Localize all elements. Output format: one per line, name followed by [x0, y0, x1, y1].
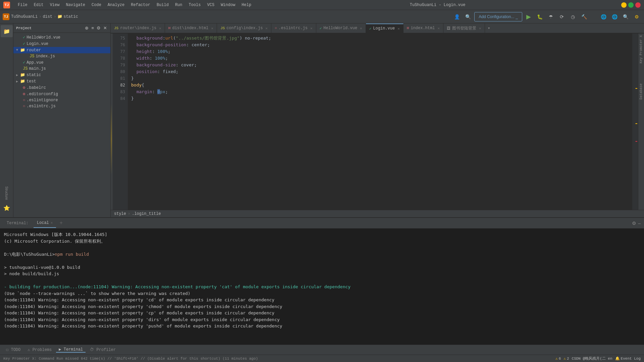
close-panel-button[interactable]: ✕	[103, 25, 108, 31]
scroll-indicator[interactable]: ▬ ▬ ▬	[632, 34, 638, 210]
terminal-minimize-button[interactable]: –	[638, 221, 641, 226]
tab-close-bg[interactable]: ✕	[479, 26, 481, 31]
menu-view[interactable]: View	[47, 2, 62, 8]
line-num-80: 80	[113, 68, 128, 75]
profiler-button[interactable]: ◷	[568, 12, 578, 21]
tree-item-label: .eslintignore	[26, 98, 58, 103]
menu-window[interactable]: Window	[218, 2, 238, 8]
breadcrumb-dist[interactable]: dist	[43, 14, 52, 19]
build-button[interactable]: 🔨	[579, 12, 589, 21]
tab-close-index[interactable]: ✕	[437, 26, 440, 31]
event-log-button[interactable]: 🔔 Event Log	[615, 356, 641, 361]
tab-close-hello[interactable]: ✕	[360, 26, 362, 31]
menu-analyze[interactable]: Analyze	[105, 2, 127, 8]
menu-help[interactable]: Help	[239, 2, 254, 8]
project-tab-button[interactable]: 📁	[1, 25, 13, 37]
minimize-button[interactable]	[621, 2, 627, 8]
terminal-tab-local[interactable]: Local ✕	[34, 219, 56, 228]
git-icon-button[interactable]: 🌐	[599, 12, 608, 21]
terminal-tab-main[interactable]: Terminal:	[3, 219, 32, 228]
term-line-13: (node:11104) Warning: Accessing non-exis…	[4, 310, 640, 316]
tree-item-eslintrc[interactable]: ○ .eslintrc.js	[13, 103, 110, 109]
tree-item-router-index[interactable]: JS index.js	[13, 53, 110, 59]
tab-bg-image[interactable]: 🖼 图书登陆背景 ✕	[443, 23, 485, 33]
menu-build[interactable]: Build	[154, 2, 171, 8]
todo-button[interactable]: ☐ TODO	[3, 347, 23, 352]
run-button[interactable]: ▶	[524, 12, 533, 21]
key-promoter-label[interactable]: Key Promoter X	[639, 34, 644, 65]
maximize-button[interactable]	[628, 2, 634, 8]
collapse-all-button[interactable]: ≡	[91, 25, 95, 31]
menu-refactor[interactable]: Refactor	[128, 2, 153, 8]
tab-icon: 🖼	[447, 26, 450, 31]
run-with-coverage-button[interactable]: ⟳	[557, 12, 567, 21]
menu-file[interactable]: File	[15, 2, 30, 8]
problems-button[interactable]: ⚠ Problems	[25, 347, 54, 352]
tab-login-vue[interactable]: ✓ Login.vue ✕	[366, 23, 404, 33]
terminal-tab-close[interactable]: ✕	[51, 221, 53, 225]
terminal-bottom-button[interactable]: ▶ Terminal	[56, 347, 86, 353]
menu-vcs[interactable]: VCS	[205, 2, 217, 8]
close-button[interactable]	[635, 2, 641, 8]
breadcrumb-style[interactable]: style	[114, 212, 126, 216]
tree-item-eslintignore[interactable]: ○ .eslintignore	[13, 97, 110, 103]
search-everywhere-button[interactable]: 🔍	[463, 12, 473, 21]
code-editor[interactable]: background:url("../assets/图书馆背景.jpg") no…	[128, 34, 632, 210]
terminal-add-button[interactable]: +	[58, 220, 64, 226]
line-numbers: 75 76 77 78 79 80 81 82 83 84	[113, 34, 128, 210]
coverage-button[interactable]: ☂	[546, 12, 555, 21]
tab-overflow-button[interactable]: ▾	[485, 23, 493, 33]
tab-close-dist[interactable]: ✕	[211, 26, 214, 31]
terminal-settings-button[interactable]: ⚙	[632, 221, 636, 226]
line-num-81: 81	[113, 75, 128, 82]
tab-dist-index[interactable]: H dist\index.html ✕	[165, 23, 217, 33]
favorites-tab-button[interactable]: ⭐	[1, 202, 13, 214]
locate-file-button[interactable]: ⊕	[84, 25, 89, 31]
browser-button[interactable]: 🌐	[610, 12, 619, 21]
menu-navigate[interactable]: Navigate	[63, 2, 88, 8]
add-configuration-button[interactable]: Add Configuration... _	[474, 12, 522, 21]
tab-close-login[interactable]: ✕	[397, 26, 400, 31]
debug-button[interactable]: 🐛	[535, 12, 544, 21]
panel-settings-button[interactable]: ⚙	[96, 25, 101, 31]
menu-edit[interactable]: Edit	[31, 2, 46, 8]
database-label[interactable]: Database	[639, 82, 644, 101]
git-button[interactable]: 👤	[452, 12, 462, 21]
tab-router-index[interactable]: JS router\index.js ✕	[111, 23, 165, 33]
tree-item-editorconfig[interactable]: ⚙ .editorconfig	[13, 91, 110, 97]
tab-index-html[interactable]: H index.html ✕	[404, 23, 443, 33]
tree-item-router-folder[interactable]: ▼ 📁 router	[13, 47, 110, 53]
menu-code[interactable]: Code	[89, 2, 104, 8]
tree-item-static-folder[interactable]: ▶ 📁 static	[13, 72, 110, 78]
breadcrumb-sep: ›	[128, 212, 130, 216]
main-container: 📁 Structure ⭐ Project ⊕ ≡ ⚙ ✕	[0, 23, 644, 362]
structure-tab-button[interactable]: Structure	[1, 187, 13, 199]
tree-item-appvue[interactable]: ✓ App.vue	[13, 59, 110, 66]
profiler-bottom-button[interactable]: ⏱ Profiler	[87, 347, 118, 352]
term-line-1: Microsoft Windows [版本 10.0.19044.1645]	[4, 231, 640, 238]
eslint-file-icon: ○	[23, 98, 25, 103]
tab-helloworld[interactable]: ✓ HelloWorld.vue ✕	[316, 23, 366, 33]
tree-item-loginvue[interactable]: ✓ Login.vue	[13, 41, 110, 47]
title-bar: TJ File Edit View Navigate Code Analyze …	[0, 0, 644, 10]
breadcrumb-project[interactable]: TuShuGuanLi	[11, 14, 38, 19]
editor-layout: 📁 Structure ⭐ Project ⊕ ≡ ⚙ ✕	[0, 23, 644, 217]
tab-close-eslint[interactable]: ✕	[310, 26, 313, 31]
tree-item-babelrc[interactable]: ⚙ .babelrc	[13, 84, 110, 91]
tab-close-router[interactable]: ✕	[159, 26, 161, 31]
term-line-7: > node build/build.js	[4, 270, 640, 277]
tree-item-helloworld[interactable]: ✓ HelloWorld.vue	[13, 34, 110, 41]
menu-run[interactable]: Run	[172, 2, 185, 8]
menu-tools[interactable]: Tools	[186, 2, 204, 8]
breadcrumb-folder[interactable]: 📁 static	[57, 14, 78, 19]
search-button[interactable]: 🔍	[621, 12, 630, 21]
tab-eslintrc[interactable]: ○ .eslintrc.js ✕	[271, 23, 316, 33]
settings-button[interactable]: ⚙	[632, 12, 641, 21]
tab-close-config[interactable]: ✕	[265, 26, 268, 31]
tree-item-mainjs[interactable]: JS main.js	[13, 66, 110, 72]
terminal-content: Microsoft Windows [版本 10.0.19044.1645] (…	[0, 229, 644, 345]
tab-config-index[interactable]: JS config\index.js ✕	[217, 23, 271, 33]
breadcrumb-sep1: ›	[39, 14, 41, 19]
tree-item-test-folder[interactable]: ▶ 📁 test	[13, 78, 110, 84]
breadcrumb-login-title[interactable]: .login_title	[132, 212, 161, 216]
